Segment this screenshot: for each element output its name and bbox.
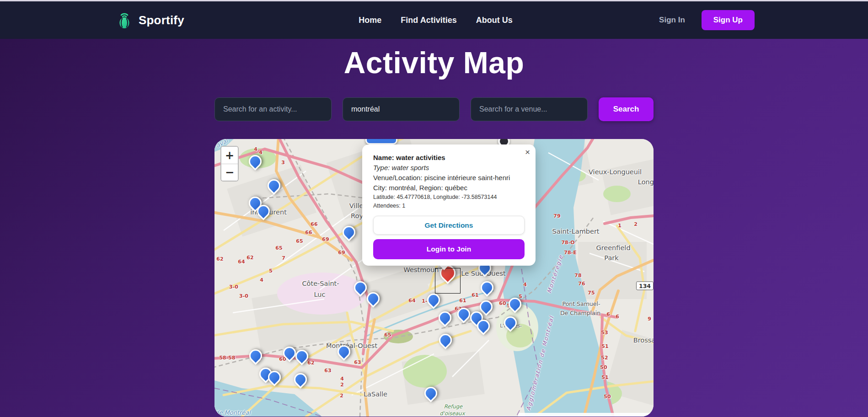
activity-popup: × Name: water activities Type: water spo… [362,144,536,266]
brand-name: Sportify [139,13,184,27]
sign-in-link[interactable]: Sign In [659,16,685,25]
nav-link-find-activities[interactable]: Find Activities [401,16,456,25]
brand[interactable]: Sportify [117,10,359,31]
selected-marker-focus-ring [435,268,461,294]
sign-up-button[interactable]: Sign Up [702,10,755,30]
search-row: Search [214,97,654,121]
nav-links: Home Find Activities About Us [359,16,512,25]
popup-close-icon[interactable]: × [525,147,530,158]
city-search-input[interactable] [343,97,460,121]
map-zoom-control: + − [220,146,239,182]
nav-link-about-us[interactable]: About Us [476,16,513,25]
popup-activity-type: Type: water sports [373,163,525,173]
venue-search-input[interactable] [471,97,588,121]
nav-link-home[interactable]: Home [359,16,381,25]
activity-search-input[interactable] [214,97,332,121]
navbar: Sportify Home Find Activities About Us S… [0,0,868,39]
cluster-marker-partial[interactable] [365,139,397,144]
search-button[interactable]: Search [599,97,654,121]
basketball-signal-icon [117,10,132,31]
activity-map[interactable]: Ville de MRoyalint-LaurentCôte-Saint-Luc… [214,139,654,417]
popup-city-region: City: montréal, Region: québec [373,183,525,193]
zoom-in-button[interactable]: + [221,147,238,164]
zoom-out-button[interactable]: − [221,164,238,181]
popup-attendees: Attendees: 1 [373,202,525,210]
popup-activity-name: Name: water activities [373,153,525,163]
login-to-join-button[interactable]: Login to Join [373,239,525,259]
map-attribution-bar [518,413,654,417]
get-directions-button[interactable]: Get Directions [373,216,525,235]
popup-venue: Venue/Location: piscine intérieure saint… [373,173,525,183]
auth-area: Sign In Sign Up [513,10,755,30]
popup-coordinates: Latitude: 45.47770618, Longitude: -73.58… [373,193,525,202]
page-title: Activity Map [0,45,868,80]
